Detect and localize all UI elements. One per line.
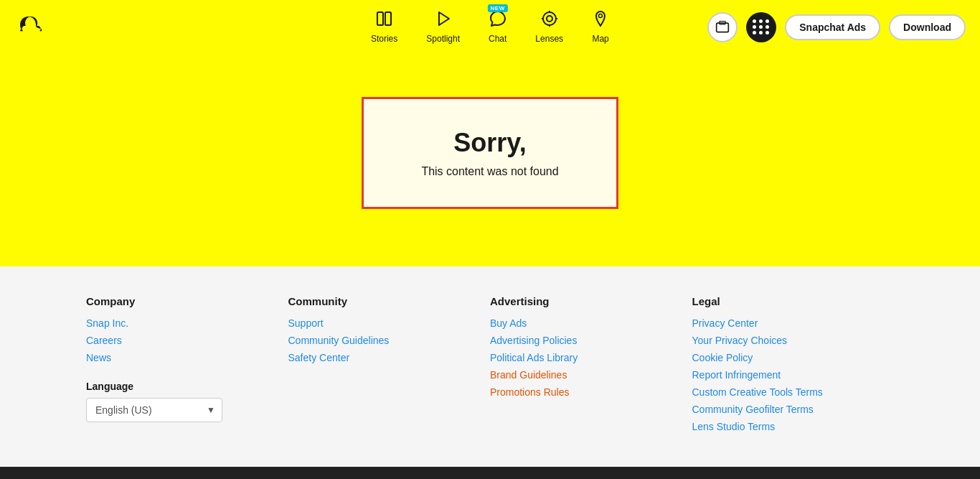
- snapchat-ghost-icon: [14, 14, 42, 41]
- chat-icon: NEW: [489, 10, 507, 32]
- link-promotions-rules[interactable]: Promotions Rules: [490, 386, 692, 398]
- language-label: Language: [86, 381, 288, 392]
- language-select[interactable]: English (US): [86, 398, 222, 422]
- logo[interactable]: [14, 14, 42, 41]
- bottom-bar: Privacy Policy Terms of Service: [0, 467, 980, 479]
- camera-button[interactable]: [707, 12, 738, 42]
- language-section: Language English (US) ▼: [86, 381, 288, 422]
- snapchat-ads-button[interactable]: Snapchat Ads: [785, 14, 880, 40]
- new-badge: NEW: [488, 4, 508, 12]
- link-snap-inc[interactable]: Snap Inc.: [86, 317, 288, 329]
- lenses-icon: [541, 10, 558, 32]
- nav-item-stories[interactable]: Stories: [371, 10, 397, 44]
- map-icon: [592, 10, 609, 32]
- link-custom-creative-tools[interactable]: Custom Creative Tools Terms: [692, 386, 895, 398]
- svg-marker-2: [439, 12, 449, 25]
- stories-label: Stories: [371, 34, 397, 44]
- lenses-label: Lenses: [535, 34, 563, 44]
- link-support[interactable]: Support: [288, 317, 491, 329]
- link-brand-guidelines[interactable]: Brand Guidelines: [490, 369, 692, 381]
- nav-item-spotlight[interactable]: Spotlight: [426, 10, 460, 44]
- link-cookie-policy[interactable]: Cookie Policy: [692, 352, 895, 363]
- footer-col-company: Company Snap Inc. Careers News Language …: [86, 295, 288, 438]
- link-your-privacy-choices[interactable]: Your Privacy Choices: [692, 335, 895, 346]
- nav-item-map[interactable]: Map: [592, 10, 609, 44]
- link-community-geofilter[interactable]: Community Geofilter Terms: [692, 404, 895, 415]
- map-label: Map: [592, 34, 608, 44]
- apps-grid-button[interactable]: [746, 12, 776, 42]
- link-careers[interactable]: Careers: [86, 335, 288, 346]
- error-subtitle: This content was not found: [421, 165, 558, 178]
- link-safety-center[interactable]: Safety Center: [288, 352, 491, 363]
- nav-item-chat[interactable]: NEW Chat: [489, 10, 507, 44]
- grid-dots: [753, 19, 770, 34]
- nav-item-lenses[interactable]: Lenses: [535, 10, 563, 44]
- footer-links-section: Company Snap Inc. Careers News Language …: [0, 266, 980, 467]
- advertising-title: Advertising: [490, 295, 692, 307]
- error-title: Sorry,: [421, 128, 558, 158]
- legal-title: Legal: [692, 295, 895, 307]
- error-box: Sorry, This content was not found: [362, 97, 618, 209]
- link-advertising-policies[interactable]: Advertising Policies: [490, 335, 692, 346]
- svg-point-3: [543, 12, 556, 25]
- main-nav: Stories Spotlight NEW Chat: [371, 10, 609, 44]
- spotlight-icon: [435, 10, 452, 32]
- link-privacy-center[interactable]: Privacy Center: [692, 317, 895, 329]
- language-select-wrapper: English (US) ▼: [86, 398, 222, 422]
- svg-rect-1: [385, 12, 391, 25]
- chat-label: Chat: [489, 34, 507, 44]
- download-button[interactable]: Download: [889, 14, 966, 40]
- link-report-infringement[interactable]: Report Infringement: [692, 369, 895, 381]
- svg-point-9: [599, 14, 603, 18]
- spotlight-label: Spotlight: [426, 34, 460, 44]
- svg-rect-0: [377, 12, 383, 25]
- link-news[interactable]: News: [86, 352, 288, 363]
- stories-icon: [376, 10, 393, 32]
- svg-point-4: [547, 16, 552, 22]
- link-political-ads-library[interactable]: Political Ads Library: [490, 352, 692, 363]
- footer-col-legal: Legal Privacy Center Your Privacy Choice…: [692, 295, 895, 438]
- community-title: Community: [288, 295, 491, 307]
- hero-section: Sorry, This content was not found: [0, 54, 980, 266]
- header-right: Snapchat Ads Download: [707, 12, 966, 42]
- link-lens-studio[interactable]: Lens Studio Terms: [692, 421, 895, 432]
- link-buy-ads[interactable]: Buy Ads: [490, 317, 692, 329]
- link-community-guidelines[interactable]: Community Guidelines: [288, 335, 491, 346]
- footer-col-community: Community Support Community Guidelines S…: [288, 295, 491, 438]
- footer-col-advertising: Advertising Buy Ads Advertising Policies…: [490, 295, 692, 438]
- company-title: Company: [86, 295, 288, 307]
- header: Stories Spotlight NEW Chat: [0, 0, 980, 54]
